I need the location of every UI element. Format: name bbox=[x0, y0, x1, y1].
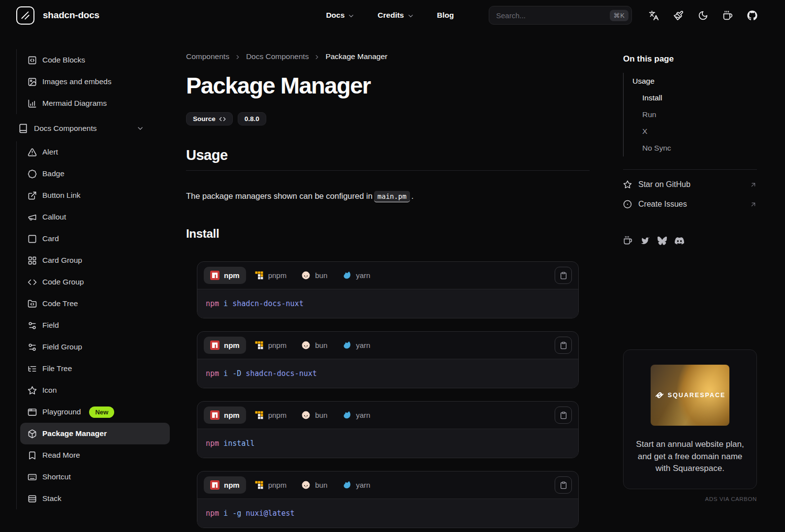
rail-divider bbox=[623, 169, 757, 170]
tab-npm[interactable]: npm bbox=[204, 476, 246, 494]
search-box[interactable]: ⌘K bbox=[489, 6, 632, 25]
arrow-up-right bbox=[750, 201, 757, 208]
sidebar-item-images-and-embeds[interactable]: Images and embeds bbox=[20, 71, 170, 93]
chevron-down-icon bbox=[136, 125, 144, 132]
sidebar-item-label: Playground bbox=[42, 407, 81, 416]
sidebar-item-callout[interactable]: Callout bbox=[20, 206, 170, 228]
sidebar-item-stack[interactable]: Stack bbox=[20, 488, 170, 509]
breadcrumb-link[interactable]: Docs Components bbox=[246, 52, 309, 61]
code-token: npm bbox=[206, 439, 219, 448]
social-icons-row bbox=[623, 236, 757, 245]
brand[interactable]: shadcn-docs bbox=[16, 6, 99, 25]
tab-pnpm[interactable]: pnpm bbox=[248, 267, 293, 284]
coffee-icon[interactable] bbox=[722, 10, 733, 21]
breadcrumb-link[interactable]: Components bbox=[186, 52, 229, 61]
code-token: install bbox=[219, 439, 254, 448]
tab-yarn[interactable]: yarn bbox=[336, 476, 377, 494]
layout-grid-icon bbox=[28, 256, 37, 265]
sidebar-item-code-tree[interactable]: Code Tree bbox=[20, 293, 170, 314]
github-icon[interactable] bbox=[747, 10, 757, 21]
copy-button[interactable] bbox=[555, 407, 572, 424]
tab-npm[interactable]: npm bbox=[204, 267, 246, 284]
sidebar-root-label: Docs Components bbox=[34, 124, 97, 133]
sidebar-item-label: Code Tree bbox=[42, 299, 78, 308]
code-token: i bbox=[219, 369, 228, 378]
breadcrumb: ComponentsDocs ComponentsPackage Manager bbox=[186, 52, 590, 61]
tab-pnpm[interactable]: pnpm bbox=[248, 407, 293, 424]
butterfly-icon[interactable] bbox=[658, 236, 667, 245]
yarn-icon bbox=[342, 271, 351, 280]
resource-label: Star on GitHub bbox=[638, 180, 691, 189]
left-sidebar: Code BlocksImages and embedsMermaid Diag… bbox=[16, 49, 170, 509]
ad-text[interactable]: Start an annual website plan, and get a … bbox=[633, 438, 747, 475]
discord-icon[interactable] bbox=[675, 236, 684, 245]
sidebar-item-shortcut[interactable]: Shortcut bbox=[20, 466, 170, 488]
code-icon bbox=[28, 278, 37, 287]
search-input[interactable] bbox=[496, 11, 610, 20]
main-pm-code-link[interactable]: main.pm bbox=[374, 191, 410, 202]
topnav-item-credits[interactable]: Credits bbox=[377, 11, 414, 20]
link-create-issues[interactable]: Create Issues bbox=[623, 194, 757, 214]
sidebar-item-label: Mermaid Diagrams bbox=[42, 99, 107, 108]
sidebar-item-field[interactable]: Field bbox=[20, 314, 170, 336]
topnav-label: Docs bbox=[326, 11, 345, 20]
usage-heading: Usage bbox=[186, 147, 590, 171]
copy-button[interactable] bbox=[555, 337, 572, 354]
sidebar-item-code-blocks[interactable]: Code Blocks bbox=[20, 49, 170, 71]
sidebar-item-playground[interactable]: PlaygroundNew bbox=[20, 401, 170, 423]
toc-item-usage[interactable]: Usage bbox=[624, 73, 757, 90]
source-badge[interactable]: Source bbox=[186, 112, 233, 125]
sidebar-item-field-group[interactable]: Field Group bbox=[20, 336, 170, 358]
sidebar-item-package-manager[interactable]: Package Manager bbox=[20, 423, 170, 444]
sidebar-item-file-tree[interactable]: File Tree bbox=[20, 358, 170, 379]
coffee-icon[interactable] bbox=[623, 236, 632, 245]
sidebar-item-card-group[interactable]: Card Group bbox=[20, 250, 170, 271]
link-star-on-github[interactable]: Star on GitHub bbox=[623, 175, 757, 194]
header-action-icons bbox=[649, 10, 757, 21]
tab-yarn[interactable]: yarn bbox=[336, 267, 377, 284]
tab-yarn[interactable]: yarn bbox=[336, 337, 377, 354]
sidebar-item-label: Read More bbox=[42, 451, 80, 460]
tab-bun[interactable]: bun bbox=[295, 407, 334, 424]
sidebar-item-icon[interactable]: Icon bbox=[20, 379, 170, 401]
toc-item-install[interactable]: Install bbox=[624, 90, 757, 106]
rows-icon bbox=[28, 494, 37, 503]
code-line: npm install bbox=[197, 429, 578, 458]
tab-pnpm[interactable]: pnpm bbox=[248, 476, 293, 494]
tab-npm[interactable]: npm bbox=[204, 407, 246, 424]
tab-yarn[interactable]: yarn bbox=[336, 407, 377, 424]
sidebar-item-card[interactable]: Card bbox=[20, 228, 170, 250]
topnav-item-docs[interactable]: Docs bbox=[326, 11, 355, 20]
ad-image[interactable]: SQUARESPACE bbox=[651, 365, 729, 426]
sidebar-item-code-group[interactable]: Code Group bbox=[20, 271, 170, 293]
tab-bun[interactable]: bun bbox=[295, 267, 334, 284]
sidebar-item-badge[interactable]: Badge bbox=[20, 163, 170, 185]
sidebar-item-label: Stack bbox=[42, 494, 62, 503]
sidebar-item-button-link[interactable]: Button Link bbox=[20, 185, 170, 206]
sidebar-item-alert[interactable]: Alert bbox=[20, 141, 170, 163]
tab-pnpm[interactable]: pnpm bbox=[248, 337, 293, 354]
tab-bun[interactable]: bun bbox=[295, 476, 334, 494]
chevron-right bbox=[234, 54, 241, 61]
shadcn-logo-icon bbox=[16, 6, 34, 25]
sidebar-item-mermaid-diagrams[interactable]: Mermaid Diagrams bbox=[20, 93, 170, 114]
toc-item-run[interactable]: Run bbox=[624, 106, 757, 123]
tab-npm[interactable]: npm bbox=[204, 337, 246, 354]
languages-icon[interactable] bbox=[649, 10, 659, 21]
sidebar-item-read-more[interactable]: Read More bbox=[20, 444, 170, 466]
bun-icon bbox=[301, 480, 311, 490]
toc-item-x[interactable]: X bbox=[624, 123, 757, 140]
twitter-icon[interactable] bbox=[640, 236, 650, 245]
topnav-item-blog[interactable]: Blog bbox=[437, 11, 454, 20]
sidebar-item-label: File Tree bbox=[42, 364, 72, 373]
toc-item-no-sync[interactable]: No Sync bbox=[624, 140, 757, 156]
megaphone-icon bbox=[28, 213, 37, 222]
tab-bun[interactable]: bun bbox=[295, 337, 334, 354]
copy-button[interactable] bbox=[555, 476, 572, 494]
moon-icon[interactable] bbox=[698, 10, 708, 21]
paintbrush-icon[interactable] bbox=[673, 10, 684, 21]
copy-button[interactable] bbox=[555, 267, 572, 284]
usage-text: The package managers shown can be config… bbox=[186, 191, 373, 200]
sidebar-item-docs-components[interactable]: Docs Components bbox=[18, 117, 144, 140]
sidebar-item-label: Package Manager bbox=[42, 429, 107, 438]
